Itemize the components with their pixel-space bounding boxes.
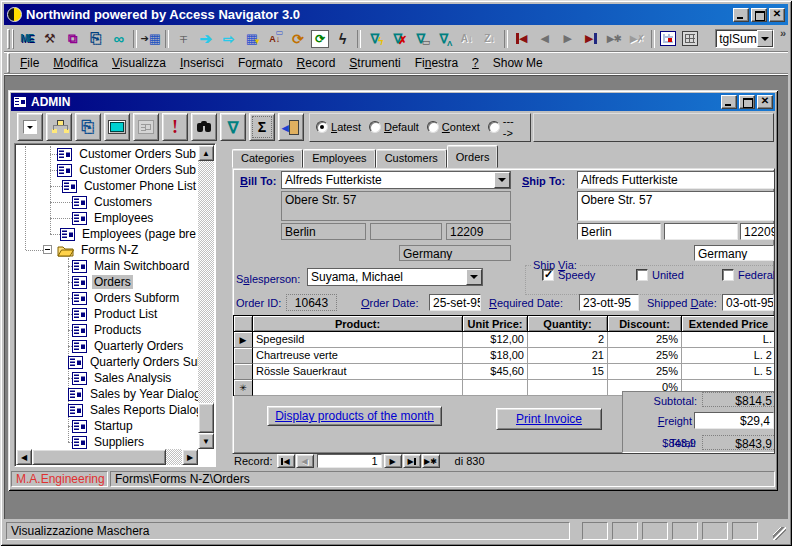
- col-discount[interactable]: Discount:: [608, 316, 682, 332]
- checkbox-speedy[interactable]: Speedy: [542, 269, 595, 281]
- salesperson-combo[interactable]: Suyama, Michael: [307, 268, 483, 286]
- admin-layers-button[interactable]: [75, 113, 101, 141]
- admin-minimize-button[interactable]: [721, 95, 737, 109]
- radio-default[interactable]: Default: [369, 121, 419, 133]
- print-invoice-button[interactable]: Print Invoice: [496, 408, 602, 430]
- tree-item[interactable]: Startup: [17, 418, 198, 434]
- required-date-field[interactable]: 23-ott-95: [579, 294, 639, 311]
- scroll-down-icon[interactable]: ▼: [198, 433, 214, 449]
- tree-item[interactable]: Employees: [17, 210, 198, 226]
- menu-item[interactable]: ?: [467, 54, 484, 72]
- toolbar-combobox[interactable]: tglSum: [715, 29, 774, 48]
- admin-sigma-button[interactable]: [249, 113, 275, 141]
- sort-asc-icon[interactable]: [455, 28, 478, 49]
- filter-grid-icon[interactable]: [240, 28, 263, 49]
- toolbar-grip2[interactable]: [12, 29, 15, 49]
- admin-door-button[interactable]: [278, 113, 304, 141]
- ship-zip-field[interactable]: 12209: [740, 223, 775, 240]
- tree-item[interactable]: Products: [17, 322, 198, 338]
- admin-binoculars-button[interactable]: [191, 113, 217, 141]
- menu-strumenti[interactable]: Strumenti: [344, 54, 405, 72]
- menu-inserisci[interactable]: Inserisci: [175, 54, 229, 72]
- toolbar-combobox-dropdown-icon[interactable]: [757, 30, 773, 47]
- tree-item[interactable]: Customer Orders Sub: [17, 146, 198, 162]
- autoform-icon[interactable]: [139, 28, 162, 49]
- col-extended-price[interactable]: Extended Price: [682, 316, 775, 332]
- tree-item[interactable]: Sales Reports Dialog: [17, 402, 198, 418]
- radio-context[interactable]: Context: [427, 121, 480, 133]
- tree-item[interactable]: Employees (page bre: [17, 226, 198, 242]
- admin-maximize-button[interactable]: [739, 95, 755, 109]
- toolbar-grip[interactable]: [7, 29, 10, 49]
- freight-field[interactable]: $29,4: [694, 412, 774, 429]
- tab-customers[interactable]: Customers: [376, 149, 447, 168]
- layers-icon[interactable]: [84, 28, 107, 49]
- admin-funnel-button[interactable]: [220, 113, 246, 141]
- close-button[interactable]: [769, 8, 785, 22]
- admin-close-button[interactable]: [757, 95, 773, 109]
- menu-record[interactable]: Record: [292, 54, 341, 72]
- filter-window-icon[interactable]: [409, 28, 432, 49]
- tree-item[interactable]: Sales by Year Dialog: [17, 386, 198, 402]
- mae-icon[interactable]: [15, 28, 38, 49]
- tree-item[interactable]: Product List: [17, 306, 198, 322]
- bill-region-field[interactable]: [370, 223, 442, 240]
- record-first-button[interactable]: ◀: [277, 454, 295, 468]
- col-product[interactable]: Product:: [253, 316, 463, 332]
- nav-no-icon[interactable]: [625, 28, 648, 49]
- tab-orders[interactable]: Orders: [447, 145, 499, 168]
- relationships-icon[interactable]: [61, 28, 84, 49]
- tree-collapse-icon[interactable]: [43, 245, 52, 254]
- row-selector[interactable]: ▶: [234, 332, 253, 348]
- menubar-grip[interactable]: [7, 53, 10, 73]
- refresh-globe-icon[interactable]: [286, 28, 309, 49]
- bill-address-field[interactable]: Obere Str. 57: [281, 191, 511, 221]
- tree-icon[interactable]: [171, 28, 194, 49]
- sort-special-icon[interactable]: [263, 28, 286, 49]
- admin-form-button[interactable]: [133, 113, 159, 141]
- arrow-right-icon[interactable]: [194, 28, 217, 49]
- scroll-thumb-h[interactable]: [32, 449, 166, 465]
- tab-employees[interactable]: Employees: [303, 149, 375, 168]
- nav-new-icon[interactable]: [602, 28, 625, 49]
- scroll-up-icon[interactable]: ▲: [198, 145, 214, 161]
- tree-item[interactable]: Orders: [17, 274, 198, 290]
- ship-address-field[interactable]: Obere Str. 57: [577, 191, 775, 221]
- menu-file[interactable]: File: [15, 54, 44, 72]
- radio-item[interactable]: ---->: [488, 115, 516, 139]
- wizard-icon[interactable]: [38, 28, 61, 49]
- calculator-icon[interactable]: [682, 31, 698, 46]
- display-products-button[interactable]: Display products of the month: [267, 406, 442, 426]
- bill-to-combo[interactable]: Alfreds Futterkiste: [281, 171, 511, 189]
- record-new-button[interactable]: ▶✱: [422, 454, 440, 468]
- filter-adv-icon[interactable]: [432, 28, 455, 49]
- salesperson-dropdown-icon[interactable]: [466, 269, 482, 285]
- record-last-button[interactable]: ▶: [403, 454, 421, 468]
- ship-to-name-field[interactable]: Alfreds Futterkiste: [577, 171, 775, 189]
- tab-categories[interactable]: Categories: [232, 149, 303, 168]
- tree-item[interactable]: Orders Subform: [17, 290, 198, 306]
- sort-desc-icon[interactable]: [478, 28, 501, 49]
- refresh-window-icon[interactable]: [311, 30, 329, 48]
- admin-orgchart-button[interactable]: [46, 113, 72, 141]
- bill-zip-field[interactable]: 12209: [446, 223, 511, 240]
- shipped-date-field[interactable]: 03-ott-95: [722, 294, 774, 311]
- grid-row[interactable]: Chartreuse verte $18,00 21 25% L. 2: [234, 348, 775, 364]
- checkbox-united[interactable]: United: [636, 269, 684, 281]
- bill-country-field[interactable]: Germany: [399, 245, 511, 261]
- row-selector[interactable]: [234, 364, 253, 380]
- grid-row[interactable]: ▶ Spegesild $12,00 2 25% L.: [234, 332, 775, 348]
- filter-flash-icon[interactable]: [363, 28, 386, 49]
- tree-item[interactable]: Main Switchboard: [17, 258, 198, 274]
- new-row-selector[interactable]: ✳: [234, 380, 253, 396]
- glasses-icon[interactable]: [107, 28, 130, 49]
- bill-city-field[interactable]: Berlin: [281, 223, 366, 240]
- bill-to-dropdown-icon[interactable]: [494, 172, 510, 188]
- runner-icon[interactable]: [331, 28, 354, 49]
- ship-city-field[interactable]: Berlin: [577, 223, 661, 240]
- menu-modifica[interactable]: Modifica: [48, 54, 103, 72]
- row-selector[interactable]: [234, 348, 253, 364]
- nav-next-icon[interactable]: [556, 28, 579, 49]
- tree-horizontal-scrollbar[interactable]: ◀ ▶: [16, 449, 198, 465]
- scroll-thumb[interactable]: [198, 403, 214, 433]
